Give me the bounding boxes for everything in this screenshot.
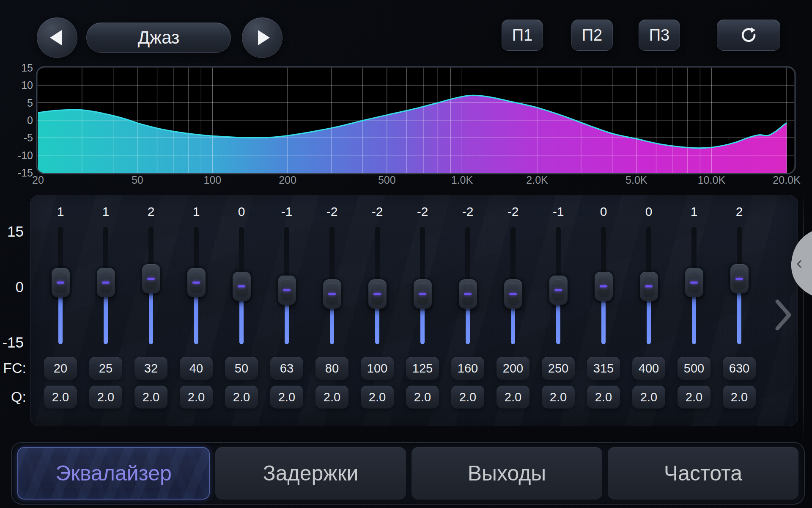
band-q-button[interactable]: 2.0 xyxy=(587,386,620,409)
eq-band-50: 0 50 2.0 xyxy=(219,195,264,426)
eq-band-400: 0 400 2.0 xyxy=(626,195,672,426)
slider-thumb[interactable] xyxy=(368,279,387,309)
slider-thumb[interactable] xyxy=(549,276,568,305)
band-q-button[interactable]: 2.0 xyxy=(315,386,348,409)
band-q-button[interactable]: 2.0 xyxy=(497,386,529,409)
eq-band-500: 1 500 2.0 xyxy=(671,195,717,426)
band-gain-label: -2 xyxy=(400,204,445,219)
band-frequency-button[interactable]: 400 xyxy=(632,357,665,380)
tab-outputs[interactable]: Выходы xyxy=(411,447,602,500)
eq-band-32: 2 32 2.0 xyxy=(128,195,174,426)
slider-fill xyxy=(194,293,198,344)
band-frequency-button[interactable]: 500 xyxy=(678,357,710,380)
slider-thumb[interactable] xyxy=(52,268,70,297)
slider-thumb-dash-icon xyxy=(238,285,245,287)
slider-thumb[interactable] xyxy=(233,272,251,301)
drawer-collapse-icon: ‹ xyxy=(796,253,802,273)
slider-thumb-dash-icon xyxy=(373,293,381,295)
slider-thumb-dash-icon xyxy=(509,293,517,295)
tab-label: Задержки xyxy=(263,461,358,486)
eq-band-20: 1 20 2.0 xyxy=(38,195,83,426)
slider-thumb[interactable] xyxy=(730,264,749,293)
band-q-button[interactable]: 2.0 xyxy=(723,386,756,409)
tab-equalizer[interactable]: Эквалайзер xyxy=(17,447,210,500)
chart-y-tick: 15 xyxy=(21,62,33,74)
band-q-button[interactable]: 2.0 xyxy=(44,386,77,409)
band-q-button[interactable]: 2.0 xyxy=(134,386,167,409)
band-q-button[interactable]: 2.0 xyxy=(678,386,710,409)
chart-y-tick: -15 xyxy=(18,167,33,179)
slider-thumb[interactable] xyxy=(323,279,341,309)
slider-fill xyxy=(556,301,560,344)
band-frequency-button[interactable]: 32 xyxy=(134,357,167,380)
band-frequency-button[interactable]: 160 xyxy=(451,357,484,380)
band-q-button[interactable]: 2.0 xyxy=(361,386,394,409)
band-frequency-button[interactable]: 50 xyxy=(225,357,258,380)
band-gain-label: 0 xyxy=(581,204,626,219)
band-q-button[interactable]: 2.0 xyxy=(270,386,303,409)
band-frequency-button[interactable]: 63 xyxy=(270,357,303,380)
band-frequency-button[interactable]: 40 xyxy=(180,357,213,380)
slider-thumb[interactable] xyxy=(187,268,206,297)
band-frequency-button[interactable]: 100 xyxy=(361,357,394,380)
slider-fill xyxy=(466,305,470,344)
band-gain-label: 0 xyxy=(219,204,264,219)
slider-thumb-dash-icon xyxy=(690,282,698,284)
slider-fill xyxy=(737,290,741,344)
tab-label: Выходы xyxy=(468,461,546,486)
slider-thumb-dash-icon xyxy=(192,282,200,284)
slider-thumb[interactable] xyxy=(595,272,613,301)
slider-scale-min-label: -15 xyxy=(0,334,24,351)
band-frequency-button[interactable]: 630 xyxy=(723,357,756,380)
chart-x-tick: 100 xyxy=(204,174,222,186)
slider-thumb[interactable] xyxy=(640,272,658,301)
side-drawer-handle[interactable]: ‹ xyxy=(787,229,812,298)
slider-thumb[interactable] xyxy=(459,279,477,309)
band-frequency-button[interactable]: 125 xyxy=(406,357,439,380)
chart-y-tick: -10 xyxy=(18,149,33,161)
slider-thumb-dash-icon xyxy=(735,278,743,280)
band-frequency-button[interactable]: 200 xyxy=(497,357,529,380)
band-q-button[interactable]: 2.0 xyxy=(89,386,122,409)
band-frequency-button[interactable]: 20 xyxy=(44,357,77,380)
chart-x-tick: 2.0K xyxy=(526,174,548,186)
slider-thumb-dash-icon xyxy=(600,285,607,287)
slider-thumb[interactable] xyxy=(685,268,703,297)
frequency-response-chart: 151050-5-10-1520501002005001.0K2.0K5.0K1… xyxy=(0,0,812,195)
slider-thumb[interactable] xyxy=(97,268,115,297)
band-gain-label: -2 xyxy=(445,204,491,219)
slider-thumb-dash-icon xyxy=(102,282,110,284)
slider-thumb-dash-icon xyxy=(328,293,336,295)
scroll-bands-right-button[interactable] xyxy=(773,297,793,333)
slider-fill xyxy=(420,305,425,344)
equalizer-bands-panel: 1 20 2.0 1 25 2.0 2 32 2.0 1 xyxy=(30,195,798,426)
band-q-button[interactable]: 2.0 xyxy=(451,386,484,409)
band-q-button[interactable]: 2.0 xyxy=(406,386,439,409)
slider-thumb[interactable] xyxy=(278,276,296,305)
chart-y-tick: -5 xyxy=(24,132,33,144)
band-q-button[interactable]: 2.0 xyxy=(225,386,258,409)
tab-delays[interactable]: Задержки xyxy=(215,447,406,500)
slider-scale-zero-label: 0 xyxy=(0,279,24,295)
tab-frequency[interactable]: Частота xyxy=(608,447,798,500)
slider-thumb[interactable] xyxy=(414,279,432,309)
chart-x-tick: 20.0K xyxy=(773,174,801,186)
chart-x-tick: 200 xyxy=(279,174,296,186)
band-q-button[interactable]: 2.0 xyxy=(542,386,575,409)
band-q-button[interactable]: 2.0 xyxy=(632,386,665,409)
band-frequency-button[interactable]: 315 xyxy=(587,357,620,380)
band-frequency-button[interactable]: 250 xyxy=(542,357,575,380)
slider-thumb[interactable] xyxy=(504,279,522,309)
slider-fill xyxy=(375,305,379,344)
eq-band-40: 1 40 2.0 xyxy=(173,195,219,426)
eq-band-80: -2 80 2.0 xyxy=(309,195,355,426)
equalizer-screen: Джаз П1 П2 П3 151050-5-10-15205010020050… xyxy=(0,0,812,508)
band-gain-label: 1 xyxy=(83,204,129,219)
slider-thumb[interactable] xyxy=(142,264,160,293)
band-frequency-button[interactable]: 25 xyxy=(89,357,122,380)
band-gain-label: -2 xyxy=(309,204,355,219)
slider-fill xyxy=(104,293,108,344)
band-gain-label: 2 xyxy=(716,204,762,219)
band-frequency-button[interactable]: 80 xyxy=(315,357,348,380)
band-q-button[interactable]: 2.0 xyxy=(180,386,213,409)
